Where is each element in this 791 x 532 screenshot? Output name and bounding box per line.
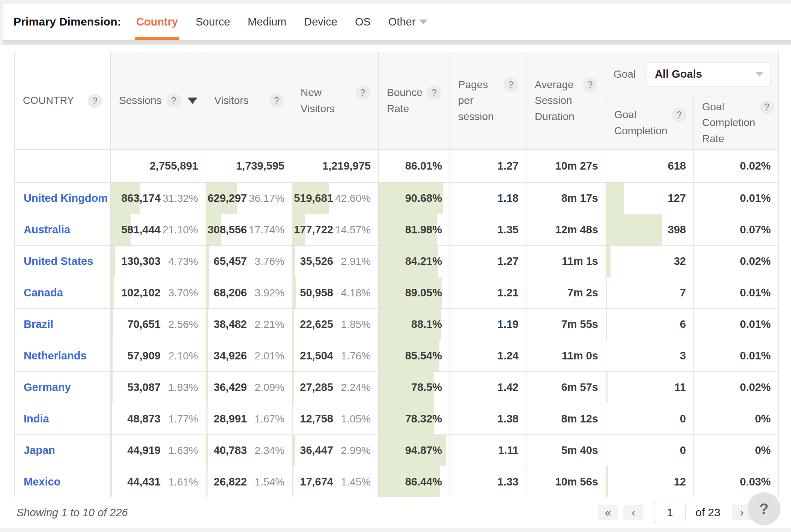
sessions-cell: 44,9191.63% — [111, 435, 206, 466]
bounce-rate-cell: 90.68% — [379, 183, 450, 214]
column-header-goal-completion-label: Goal Completion — [614, 107, 668, 139]
avg-session-duration-cell: 7m 2s — [526, 277, 606, 309]
help-button[interactable]: ? — [747, 492, 780, 525]
totals-avg-session-duration: 10m 27s — [555, 160, 599, 172]
goal-select-dropdown[interactable]: All Goals — [646, 62, 771, 86]
avg-session-duration-cell: 12m 48s — [526, 214, 606, 246]
totals-bounce-rate: 86.01% — [405, 160, 442, 172]
country-cell: Mexico — [15, 466, 111, 498]
column-header-goal-completion[interactable]: Goal Completion ? — [606, 96, 694, 150]
goal-label: Goal — [614, 68, 636, 80]
new-visitors-cell: 22,6251.85% — [292, 309, 379, 340]
goal-completion-cell: 398 — [606, 214, 694, 246]
visitors-cell: 26,8221.54% — [206, 466, 292, 498]
tab-source-label: Source — [195, 16, 230, 28]
column-header-avg-session-duration[interactable]: Average Session Duration ? — [526, 52, 606, 150]
avg-session-duration-cell: 11m 1s — [526, 246, 606, 277]
column-header-sessions[interactable]: Sessions ? — [111, 52, 206, 150]
table-row: Canada 102,1023.70% 68,2063.92% 50,9584.… — [15, 277, 779, 309]
country-cell: Germany — [15, 372, 111, 403]
pages-per-session-cell: 1.27 — [450, 246, 526, 277]
first-page-button[interactable]: « — [598, 505, 618, 520]
country-link[interactable]: Japan — [24, 444, 55, 456]
table-row: Mexico 44,4311.61% 26,8221.54% 17,6741.4… — [15, 466, 779, 498]
table-row: Brazil 70,6512.56% 38,4822.21% 22,6251.8… — [15, 309, 779, 340]
page-number-input[interactable] — [654, 502, 686, 523]
avg-session-duration-cell: 5m 40s — [526, 435, 606, 466]
country-link[interactable]: Brazil — [24, 318, 53, 330]
country-link[interactable]: Australia — [24, 224, 70, 236]
column-header-visitors[interactable]: Visitors ? — [206, 52, 292, 150]
new-visitors-cell: 21,5041.76% — [292, 340, 379, 372]
table-row: United Kingdom 863,17431.32% 629,29736.1… — [15, 183, 779, 214]
tab-os[interactable]: OS — [355, 4, 371, 40]
help-icon[interactable]: ? — [760, 100, 774, 114]
country-link[interactable]: Netherlands — [24, 350, 87, 362]
column-header-avg-session-duration-label: Average Session Duration — [535, 77, 579, 125]
tab-os-label: OS — [355, 16, 371, 28]
column-header-new-visitors[interactable]: New Visitors ? — [292, 52, 379, 150]
new-visitors-cell: 177,72214.57% — [292, 214, 379, 246]
prev-page-button[interactable]: ‹ — [623, 505, 644, 520]
help-icon[interactable]: ? — [356, 86, 370, 100]
pages-per-session-cell: 1.42 — [450, 372, 526, 403]
tab-device[interactable]: Device — [304, 4, 337, 40]
showing-summary: Showing 1 to 10 of 226 — [17, 506, 128, 519]
pages-per-session-cell: 1.11 — [450, 435, 526, 466]
goal-completion-rate-cell: 0% — [694, 435, 779, 466]
visitors-cell: 36,4292.09% — [206, 372, 292, 403]
column-header-country[interactable]: COUNTRY ? — [15, 52, 111, 150]
goal-completion-rate-cell: 0.02% — [694, 246, 779, 277]
help-icon[interactable]: ? — [504, 78, 518, 92]
column-header-pages-per-session[interactable]: Pages per session ? — [450, 52, 526, 150]
totals-goal-completion: 618 — [668, 160, 686, 172]
help-icon[interactable]: ? — [583, 78, 597, 92]
avg-session-duration-cell: 11m 0s — [526, 340, 606, 372]
country-cell: Australia — [15, 214, 111, 246]
sessions-cell: 102,1023.70% — [111, 277, 206, 309]
country-link[interactable]: India — [24, 413, 49, 425]
column-header-goal-completion-rate[interactable]: Goal Completion Rate ? — [694, 96, 779, 150]
country-cell: Brazil — [15, 309, 111, 340]
sessions-cell: 70,6512.56% — [111, 309, 206, 340]
new-visitors-cell: 12,7581.05% — [292, 403, 379, 435]
new-visitors-cell: 35,5262.91% — [292, 246, 379, 277]
help-icon[interactable]: ? — [269, 93, 284, 108]
first-page-icon: « — [605, 506, 611, 519]
column-header-bounce-rate[interactable]: Bounce Rate ? — [379, 52, 450, 150]
help-icon[interactable]: ? — [167, 93, 181, 108]
tab-medium[interactable]: Medium — [248, 4, 286, 40]
goal-completion-cell: 6 — [606, 309, 694, 340]
help-icon[interactable]: ? — [88, 94, 102, 108]
bounce-rate-cell: 88.1% — [379, 309, 450, 340]
visitors-cell: 65,4573.76% — [206, 246, 292, 277]
country-link[interactable]: United Kingdom — [24, 192, 108, 204]
tab-source[interactable]: Source — [195, 4, 230, 40]
pages-per-session-cell: 1.35 — [450, 214, 526, 246]
sessions-cell: 44,4311.61% — [111, 466, 206, 498]
visitors-cell: 40,7832.34% — [206, 435, 292, 466]
sessions-cell: 53,0871.93% — [111, 372, 206, 403]
goal-completion-rate-cell: 0.01% — [694, 183, 779, 214]
tab-country[interactable]: Country — [136, 4, 178, 40]
goal-selector-header: Goal All Goals — [606, 52, 779, 96]
avg-session-duration-cell: 6m 57s — [526, 372, 606, 403]
pages-per-session-cell: 1.19 — [450, 309, 526, 340]
help-icon[interactable]: ? — [672, 108, 686, 122]
avg-session-duration-cell: 10m 56s — [526, 466, 606, 498]
new-visitors-cell: 519,68142.60% — [292, 183, 379, 214]
help-icon[interactable]: ? — [427, 86, 441, 100]
totals-row: 2,755,891 1,739,595 1,219,975 86.01% 1.2… — [15, 150, 779, 183]
goal-completion-cell: 12 — [606, 466, 694, 498]
bottom-strip — [0, 528, 791, 532]
country-link[interactable]: Mexico — [24, 476, 60, 488]
visitors-cell: 34,9262.01% — [206, 340, 292, 372]
country-link[interactable]: Germany — [24, 381, 71, 393]
table-row: India 48,8731.77% 28,9911.67% 12,7581.05… — [15, 403, 779, 435]
country-link[interactable]: United States — [24, 255, 93, 267]
goal-completion-cell: 11 — [606, 372, 694, 403]
tab-other[interactable]: Other — [388, 4, 428, 40]
column-header-pages-per-session-label: Pages per session — [458, 77, 499, 125]
pages-per-session-cell: 1.33 — [450, 466, 526, 498]
country-link[interactable]: Canada — [24, 287, 63, 299]
